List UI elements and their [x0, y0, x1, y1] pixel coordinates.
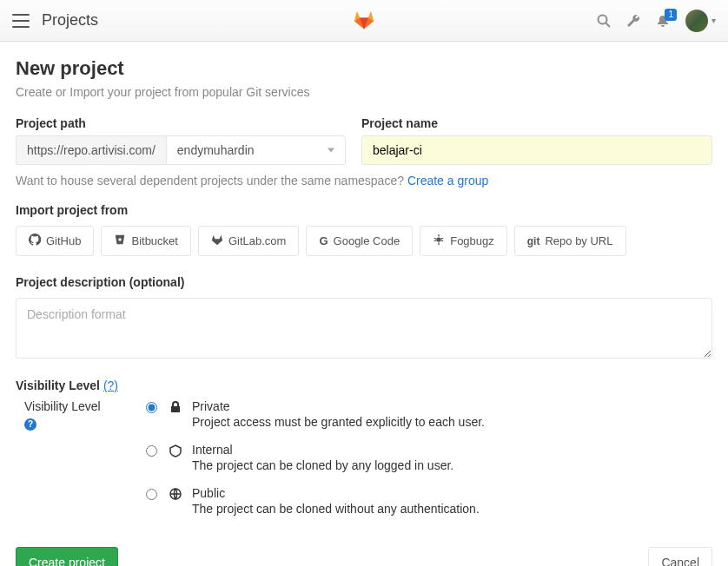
- help-icon[interactable]: ?: [24, 418, 36, 431]
- project-name-input[interactable]: [361, 135, 712, 165]
- import-bitbucket-button[interactable]: Bitbucket: [101, 226, 190, 256]
- path-prefix: https://repo.artivisi.com/: [16, 135, 166, 165]
- gitlab-icon: [211, 234, 223, 248]
- create-project-button[interactable]: Create project: [16, 547, 118, 566]
- visibility-option-public[interactable]: PublicThe project can be cloned without …: [146, 486, 712, 516]
- visibility-option-private[interactable]: PrivateProject access must be granted ex…: [146, 399, 712, 429]
- visibility-name: Private: [192, 399, 485, 413]
- visibility-name: Public: [192, 486, 480, 500]
- notifications-icon[interactable]: 1: [656, 14, 670, 28]
- svg-line-8: [441, 240, 444, 241]
- user-menu[interactable]: ▾: [685, 10, 716, 32]
- search-icon[interactable]: [597, 14, 611, 28]
- top-navbar: Projects 1 ▾: [0, 0, 728, 42]
- fogbugz-icon: [433, 234, 445, 248]
- visibility-radio-internal[interactable]: [146, 445, 157, 457]
- svg-line-7: [434, 240, 437, 241]
- internal-icon: [168, 444, 183, 461]
- svg-point-2: [437, 237, 441, 241]
- google-icon: G: [319, 234, 328, 247]
- import-label: Import project from: [16, 203, 712, 217]
- page-subtitle: Create or Import your project from popul…: [16, 85, 712, 99]
- gitlab-logo[interactable]: [353, 9, 375, 32]
- visibility-desc: Project access must be granted explicitl…: [192, 415, 485, 429]
- create-group-link[interactable]: Create a group: [407, 174, 488, 188]
- svg-line-5: [434, 238, 437, 239]
- private-icon: [168, 400, 183, 418]
- public-icon: [168, 487, 183, 504]
- project-path-label: Project path: [16, 116, 346, 130]
- visibility-radio-public[interactable]: [146, 489, 157, 500]
- menu-toggle-icon[interactable]: [12, 14, 30, 28]
- visibility-desc: The project can be cloned by any logged …: [192, 458, 453, 472]
- project-name-label: Project name: [361, 116, 712, 130]
- visibility-help-link[interactable]: (?): [103, 378, 118, 392]
- namespace-hint: Want to house several dependent projects…: [16, 174, 712, 188]
- svg-line-1: [606, 23, 611, 27]
- wrench-icon[interactable]: [626, 14, 640, 28]
- git-icon: git: [527, 234, 540, 247]
- avatar: [685, 10, 708, 32]
- nav-title[interactable]: Projects: [42, 11, 98, 30]
- svg-line-6: [441, 238, 444, 239]
- import-gitlab-button[interactable]: GitLab.com: [198, 226, 299, 256]
- visibility-radio-private[interactable]: [146, 402, 157, 413]
- visibility-header: Visibility Level (?): [16, 378, 712, 392]
- visibility-option-internal[interactable]: InternalThe project can be cloned by any…: [146, 443, 712, 472]
- page-title: New project: [16, 57, 712, 80]
- import-fogbugz-button[interactable]: Fogbugz: [420, 226, 507, 256]
- chevron-down-icon: ▾: [711, 16, 716, 25]
- visibility-side-label: Visibility Level: [24, 399, 146, 413]
- visibility-desc: The project can be cloned without any au…: [192, 502, 480, 516]
- notification-badge: 1: [665, 9, 677, 21]
- bitbucket-icon: [114, 234, 126, 248]
- cancel-button[interactable]: Cancel: [648, 547, 712, 566]
- import-github-button[interactable]: GitHub: [16, 226, 94, 256]
- import-google-button[interactable]: GGoogle Code: [306, 226, 413, 256]
- github-icon: [29, 234, 41, 248]
- svg-point-0: [599, 15, 607, 23]
- description-label: Project description (optional): [16, 275, 712, 289]
- description-textarea[interactable]: [16, 298, 712, 359]
- import-git-button[interactable]: gitRepo by URL: [514, 226, 626, 256]
- visibility-name: Internal: [192, 443, 453, 457]
- namespace-select[interactable]: endymuhardin: [166, 135, 346, 165]
